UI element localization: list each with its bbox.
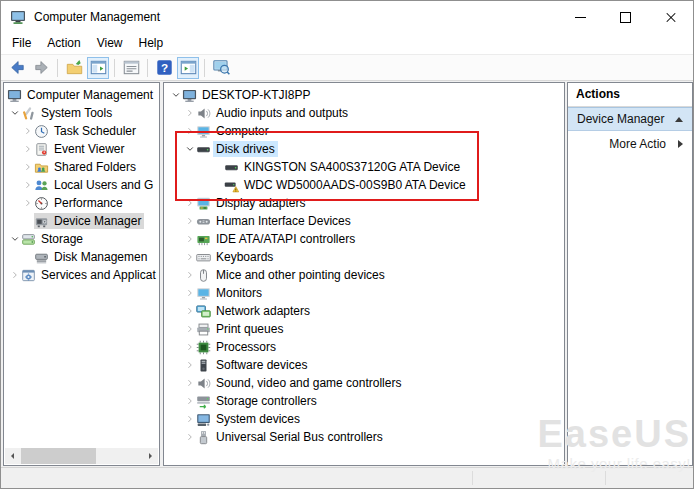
tree-item-display-adapters[interactable]: Display adapters (164, 194, 564, 212)
tree-item-desktop-ktji8pp[interactable]: DESKTOP-KTJI8PP (164, 86, 564, 104)
chevron-right-icon[interactable] (183, 126, 196, 136)
properties-button[interactable] (120, 57, 142, 79)
chevron-right-icon[interactable] (21, 198, 34, 208)
tree-item-content: Services and Applicat (21, 267, 159, 283)
forward-icon (33, 59, 50, 76)
tree-item-system-devices[interactable]: System devices (164, 410, 564, 428)
scrollbar-thumb[interactable] (21, 448, 96, 464)
chevron-right-icon[interactable] (183, 414, 196, 424)
chevron-right-icon[interactable] (21, 126, 34, 136)
actions-more-actions[interactable]: More Actio (568, 131, 692, 156)
chevron-right-icon[interactable] (183, 234, 196, 244)
menu-help[interactable]: Help (131, 33, 172, 54)
menu-action[interactable]: Action (39, 33, 88, 54)
console-tree-button[interactable] (87, 57, 109, 79)
forward-button[interactable] (30, 57, 52, 79)
chevron-right-icon[interactable] (21, 162, 34, 172)
tree-item-mice-and-other-pointing-devices[interactable]: Mice and other pointing devices (164, 266, 564, 284)
tree-item-ide-ata-atapi-controllers[interactable]: IDE ATA/ATAPI controllers (164, 230, 564, 248)
services-icon (21, 268, 38, 283)
tree-item-universal-serial-bus-controllers[interactable]: Universal Serial Bus controllers (164, 428, 564, 446)
chevron-right-icon[interactable] (183, 198, 196, 208)
chevron-right-icon[interactable] (183, 342, 196, 352)
tree-item-content: Audio inputs and outputs (196, 105, 351, 121)
keyboard-icon (196, 250, 213, 265)
chevron-right-icon[interactable] (183, 396, 196, 406)
chevron-right-icon[interactable] (21, 144, 34, 154)
tree-item-label: System Tools (38, 105, 115, 121)
tree-item-content: Performance (34, 195, 126, 211)
action-pane-button[interactable] (177, 57, 199, 79)
tree-item-kingston-sa400s37120g-ata-device[interactable]: KINGSTON SA400S37120G ATA Device (164, 158, 564, 176)
tree-item-disk-managemen[interactable]: Disk Managemen (4, 248, 159, 266)
tree-item-local-users-and-g[interactable]: Local Users and G (4, 176, 159, 194)
tree-item-monitors[interactable]: Monitors (164, 284, 564, 302)
maximize-button[interactable] (603, 1, 648, 33)
tree-item-event-viewer[interactable]: Event Viewer (4, 140, 159, 158)
tree-item-performance[interactable]: Performance (4, 194, 159, 212)
chevron-down-icon[interactable] (183, 144, 196, 154)
tree-item-computer-management[interactable]: Computer Management (4, 86, 159, 104)
tree-item-task-scheduler[interactable]: Task Scheduler (4, 122, 159, 140)
actions-device-manager-section[interactable]: Device Manager (568, 107, 692, 131)
menu-view[interactable]: View (89, 33, 131, 54)
toolbar: ? (1, 54, 693, 81)
chevron-right-icon[interactable] (183, 288, 196, 298)
tree-item-label: Display adapters (213, 195, 308, 211)
tree-item-storage[interactable]: Storage (4, 230, 159, 248)
tree-item-computer[interactable]: Computer (164, 122, 564, 140)
scroll-right-arrow[interactable] (142, 448, 158, 464)
minimize-button[interactable] (558, 1, 603, 33)
show-window-button[interactable] (210, 57, 232, 79)
tree-item-shared-folders[interactable]: Shared Folders (4, 158, 159, 176)
tree-item-label: Audio inputs and outputs (213, 105, 351, 121)
help-button[interactable]: ? (153, 57, 175, 79)
export-list-button[interactable] (63, 57, 85, 79)
chevron-right-icon[interactable] (183, 108, 196, 118)
tree-item-services-and-applicat[interactable]: Services and Applicat (4, 266, 159, 284)
back-button[interactable] (6, 57, 28, 79)
tree-item-keyboards[interactable]: Keyboards (164, 248, 564, 266)
chevron-down-icon[interactable] (8, 108, 21, 118)
chevron-right-icon[interactable] (183, 360, 196, 370)
tree-item-network-adapters[interactable]: Network adapters (164, 302, 564, 320)
expand-submenu-icon[interactable] (678, 140, 683, 148)
tree-item-content: Computer Management (7, 87, 156, 103)
tree-item-processors[interactable]: Processors (164, 338, 564, 356)
scroll-left-arrow[interactable] (5, 448, 21, 464)
chevron-right-icon[interactable] (8, 270, 21, 280)
horizontal-scrollbar[interactable] (5, 448, 158, 464)
tree-item-software-devices[interactable]: Software devices (164, 356, 564, 374)
tree-item-wdc-wd5000aads-00s9b0-ata-device[interactable]: WDC WD5000AADS-00S9B0 ATA Device (164, 176, 564, 194)
chevron-right-icon[interactable] (183, 252, 196, 262)
tree-item-storage-controllers[interactable]: Storage controllers (164, 392, 564, 410)
tree-item-disk-drives[interactable]: Disk drives (164, 140, 564, 158)
collapse-section-icon[interactable] (675, 117, 683, 122)
chevron-right-icon[interactable] (21, 180, 34, 190)
tree-item-system-tools[interactable]: System Tools (4, 104, 159, 122)
tree-item-human-interface-devices[interactable]: Human Interface Devices (164, 212, 564, 230)
tree-item-sound-video-and-game-controllers[interactable]: Sound, video and game controllers (164, 374, 564, 392)
menu-file[interactable]: File (4, 33, 39, 54)
tree-item-label: Monitors (213, 285, 265, 301)
tree-item-label: Network adapters (213, 303, 313, 319)
show-window-icon (213, 59, 230, 76)
chevron-right-icon[interactable] (183, 270, 196, 280)
usb-icon (196, 430, 213, 445)
scrollbar-track[interactable] (21, 448, 142, 464)
tree-item-content: Computer (196, 123, 272, 139)
chevron-right-icon[interactable] (183, 216, 196, 226)
tree-item-print-queues[interactable]: Print queues (164, 320, 564, 338)
tree-item-device-manager[interactable]: Device Manager (4, 212, 159, 230)
chevron-right-icon[interactable] (183, 324, 196, 334)
computer-management-window: Computer Management File Action View Hel… (0, 0, 694, 489)
chevron-right-icon[interactable] (183, 378, 196, 388)
tree-item-content: Processors (196, 339, 279, 355)
chevron-down-icon[interactable] (169, 90, 182, 100)
status-separator (472, 471, 473, 485)
chevron-down-icon[interactable] (8, 234, 21, 244)
chevron-right-icon[interactable] (183, 432, 196, 442)
tree-item-audio-inputs-and-outputs[interactable]: Audio inputs and outputs (164, 104, 564, 122)
close-button[interactable] (648, 1, 693, 33)
chevron-right-icon[interactable] (183, 306, 196, 316)
